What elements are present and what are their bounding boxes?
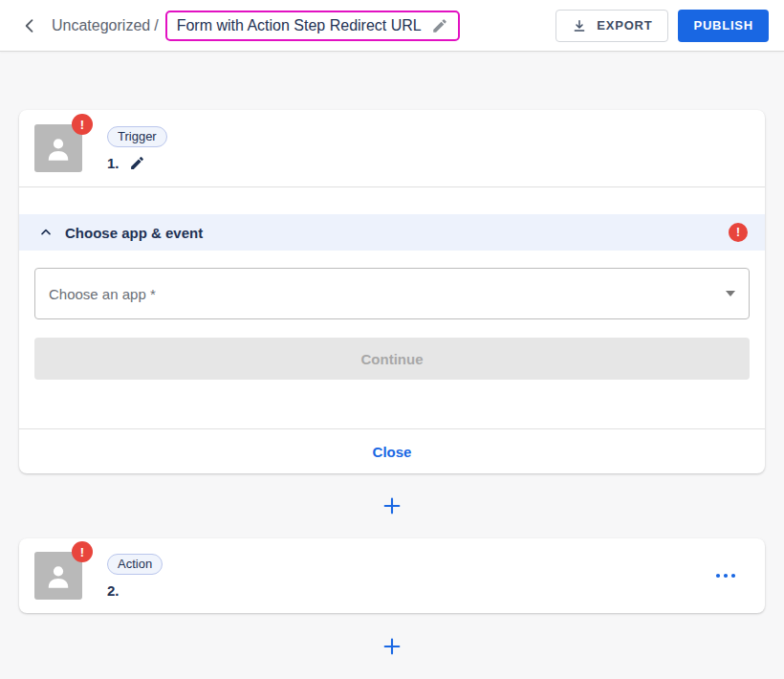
action-error-badge: ! [72, 541, 93, 562]
download-icon [572, 18, 587, 33]
edit-title-icon[interactable] [431, 17, 448, 34]
action-step-row: 2. [107, 582, 163, 599]
trigger-error-badge: ! [72, 114, 93, 135]
caret-down-icon [726, 291, 735, 296]
trigger-app-avatar: ! [34, 124, 82, 172]
trigger-chip: Trigger [107, 126, 167, 147]
action-chip: Action [107, 554, 163, 575]
trigger-step-card: ! Trigger 1. Choose app & eve [19, 110, 765, 473]
card-spacer [19, 380, 765, 428]
top-bar: Uncategorized / Form with Action Step Re… [0, 0, 784, 52]
trigger-step-info: Trigger 1. [107, 126, 167, 171]
app-select-label: Choose an app * [49, 286, 156, 302]
breadcrumb-separator: / [154, 17, 158, 34]
add-step-row-bottom [0, 613, 784, 679]
card-spacer [19, 187, 765, 214]
back-button[interactable] [15, 11, 44, 40]
add-step-row [0, 473, 784, 538]
plus-icon [381, 636, 403, 657]
section-body: Choose an app * Continue [19, 251, 765, 380]
close-row: Close [19, 429, 765, 473]
more-options-icon [714, 571, 737, 580]
close-button[interactable]: Close [373, 444, 412, 460]
pencil-icon [129, 155, 145, 171]
action-step-card[interactable]: ! Action 2. [19, 538, 765, 613]
page-title: Form with Action Step Redirect URL [177, 17, 422, 34]
trigger-step-row: 1. [107, 155, 167, 171]
section-error-icon: ! [729, 223, 748, 242]
trigger-card-header: ! Trigger 1. [19, 110, 765, 186]
choose-app-event-section-header[interactable]: Choose app & event ! [19, 214, 765, 251]
workflow-editor: ! Trigger 1. Choose app & eve [0, 110, 784, 679]
export-button[interactable]: EXPORT [555, 10, 668, 42]
edit-step-name-button[interactable] [129, 155, 145, 171]
plus-icon [381, 495, 403, 516]
trigger-step-number: 1. [107, 155, 120, 171]
action-app-avatar: ! [34, 552, 82, 600]
chevron-up-icon [38, 225, 54, 240]
continue-button[interactable]: Continue [34, 338, 750, 380]
more-options-button[interactable] [707, 567, 745, 584]
add-step-button[interactable] [376, 630, 408, 663]
workflow-title-editor[interactable]: Form with Action Step Redirect URL [165, 11, 460, 41]
action-step-number: 2. [107, 582, 120, 599]
publish-button[interactable]: PUBLISH [678, 10, 769, 42]
breadcrumb-folder[interactable]: Uncategorized [52, 17, 150, 34]
export-label: EXPORT [597, 18, 652, 33]
section-title: Choose app & event [65, 225, 729, 241]
add-step-button[interactable] [376, 490, 408, 522]
app-select[interactable]: Choose an app * [34, 268, 750, 319]
chevron-left-icon [20, 16, 39, 35]
action-step-info: Action 2. [107, 554, 163, 599]
